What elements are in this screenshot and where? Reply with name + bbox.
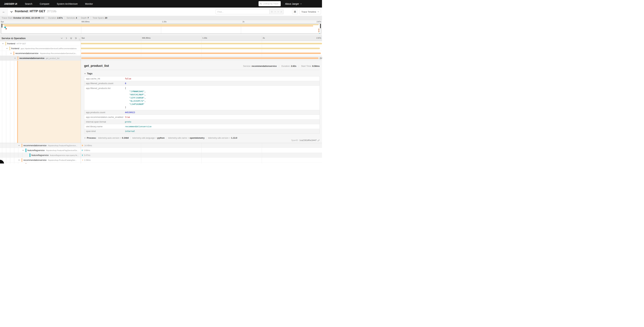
- expand-all-icon[interactable]: [74, 37, 77, 40]
- collapse-trace-header-button[interactable]: [10, 10, 13, 14]
- keyboard-shortcuts-button[interactable]: ⌘: [292, 9, 298, 14]
- collapse-one-icon[interactable]: [60, 37, 63, 40]
- minimap-span-bar: [4, 27, 6, 28]
- span-service-name: frontend: [7, 42, 15, 45]
- nav-item-compare[interactable]: Compare: [40, 2, 50, 5]
- minimap-span-bar: [318, 28, 320, 29]
- span-timeline-recommendationservice[interactable]: 1.04ms: [81, 158, 322, 162]
- span-duration-bar[interactable]: [82, 145, 83, 146]
- span-duration-bar[interactable]: [81, 58, 318, 59]
- span-row-frontend[interactable]: frontendgrpc.hipstershop.RecommendationS…: [0, 46, 81, 51]
- span-timeline-featureflagservice[interactable]: 3.47ms: [81, 153, 322, 158]
- locate-icon[interactable]: [271, 10, 273, 13]
- depth-label: Depth: [81, 16, 87, 19]
- span-duration-bar[interactable]: [82, 159, 83, 161]
- chevron-right-icon: [84, 137, 86, 139]
- span-row-row[interactable]: [0, 162, 81, 164]
- span-service-name: frontend: [11, 47, 19, 50]
- span-timeline-recommendationservice[interactable]: 14.49ms: [81, 143, 322, 148]
- tag-row: span.kindinternal: [84, 129, 320, 134]
- row-expand-chevron[interactable]: [18, 158, 20, 162]
- span-service-name: recommendationservice: [15, 52, 38, 54]
- span-detail-meta: Service: recommendationservice Duration:…: [243, 65, 320, 67]
- chevron-down-icon: [84, 73, 86, 74]
- time-tick: 0μs: [82, 37, 85, 39]
- span-duration-bar[interactable]: [82, 150, 82, 151]
- link-icon[interactable]: [318, 139, 320, 142]
- command-icon: ⌘: [294, 10, 296, 14]
- span-row-frontend[interactable]: frontendHTTP GET: [0, 41, 81, 46]
- span-service-name: recommendationservice: [23, 159, 46, 161]
- top-nav: JAEGER UI SearchCompareSystem Architectu…: [0, 0, 322, 8]
- prev-match-icon[interactable]: [274, 11, 276, 13]
- span-timeline-row[interactable]: [81, 162, 322, 164]
- span-timeline-featureflagservice[interactable]: 3.68ms: [81, 148, 322, 153]
- expand-one-icon[interactable]: [65, 37, 68, 40]
- chevron-down-icon: [300, 3, 302, 5]
- trace-id-lookup-input[interactable]: [263, 2, 279, 5]
- minimap-span-bar: [2, 24, 319, 25]
- span-row-recommendationservice[interactable]: recommendationserviceget_product_list: [0, 56, 81, 60]
- span-row-recommendationservice[interactable]: recommendationservice/hipstershop.Featur…: [0, 143, 81, 148]
- nav-item-monitor[interactable]: Monitor: [85, 2, 93, 5]
- process-section-toggle[interactable]: Process: telemetry.auto.version=0.34b0te…: [84, 137, 320, 139]
- span-duration-label: 3.68ms: [84, 148, 90, 153]
- tag-row: app.filtered_products.list["1YMWWN1N4O",…: [84, 86, 320, 110]
- span-duration-label: 3.47ms: [84, 153, 90, 158]
- row-expand-chevron[interactable]: [2, 41, 4, 46]
- span-operation-name: get_product_list: [46, 57, 60, 59]
- clear-find-icon[interactable]: [280, 11, 282, 13]
- span-row-recommendationservice[interactable]: recommendationservice/hipstershop.Produc…: [0, 158, 81, 162]
- span-row-recommendationservice[interactable]: recommendationservice/hipstershop.Recomm…: [0, 51, 81, 56]
- tag-key: app.filtered_products.count: [84, 81, 125, 86]
- depth-value: 7: [88, 16, 89, 19]
- minimap-span-bar: [318, 30, 320, 31]
- minimap-span-bar: [318, 29, 320, 30]
- span-detail-title: get_product_list: [84, 64, 243, 68]
- trace-view-selector[interactable]: Trace Timeline: [300, 9, 321, 14]
- span-duration-bar[interactable]: [82, 154, 82, 156]
- time-tick: 2.67s: [316, 37, 321, 39]
- span-timeline-recommendationservice[interactable]: 2.62s: [81, 56, 322, 60]
- total-spans-label: Total Spans: [93, 16, 104, 19]
- trace-id-lookup[interactable]: [258, 1, 281, 6]
- time-tick: 0μs: [1, 21, 4, 23]
- service-color-bar: [5, 42, 6, 45]
- span-row-featureflagservice[interactable]: featureflagservicefeatureflagservice.rep…: [0, 153, 81, 158]
- span-duration-bar[interactable]: [81, 43, 322, 44]
- service-color-bar: [26, 163, 26, 164]
- minimap-span-bar: [319, 33, 320, 34]
- next-match-icon[interactable]: [277, 11, 279, 13]
- row-expand-chevron[interactable]: [14, 56, 16, 60]
- minimap-right-handle[interactable]: [320, 24, 321, 28]
- time-tick: 1.33s: [162, 21, 166, 23]
- span-timeline-recommendationservice[interactable]: [81, 51, 322, 56]
- minimap-left-handle[interactable]: [2, 24, 2, 28]
- span-duration-bar[interactable]: [81, 48, 320, 49]
- tag-value: false: [125, 76, 320, 81]
- about-jaeger-menu[interactable]: About Jaeger: [285, 0, 302, 8]
- span-row-featureflagservice[interactable]: featureflagservice/hipstershop.FeatureFl…: [0, 148, 81, 153]
- tag-key: internal.span.format: [84, 120, 125, 124]
- nav-item-system-architecture[interactable]: System Architecture: [57, 2, 78, 5]
- row-expand-chevron[interactable]: [18, 143, 20, 148]
- span-timeline-frontend[interactable]: [81, 41, 322, 46]
- nav-item-search[interactable]: Search: [25, 2, 32, 5]
- column-divider[interactable]: [81, 35, 81, 164]
- trace-start-ms: .543: [40, 16, 44, 19]
- tags-section-toggle[interactable]: Tags: [84, 72, 320, 75]
- minimap-canvas[interactable]: [1, 24, 321, 34]
- back-button[interactable]: ←: [0, 8, 8, 16]
- column-resizer-grip[interactable]: [79, 38, 80, 40]
- selected-span-tint: [18, 60, 81, 143]
- app-logo[interactable]: JAEGER UI: [4, 2, 17, 5]
- row-expand-chevron[interactable]: [6, 46, 8, 51]
- collapse-all-icon[interactable]: [70, 37, 72, 40]
- row-expand-chevron[interactable]: [22, 148, 24, 153]
- span-duration-bar[interactable]: [81, 52, 321, 54]
- row-expand-chevron[interactable]: [10, 51, 12, 56]
- span-timeline-frontend[interactable]: [81, 46, 322, 51]
- chevron-down-icon: [2, 43, 4, 44]
- find-input[interactable]: [216, 9, 270, 14]
- chevron-down-icon: [18, 159, 20, 161]
